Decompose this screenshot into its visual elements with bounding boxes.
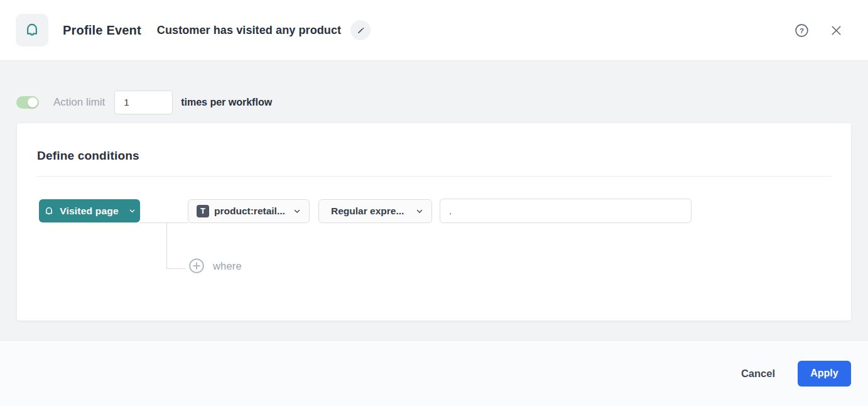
modal-footer: Cancel Apply	[0, 340, 868, 406]
chevron-down-icon	[293, 207, 301, 215]
close-icon	[829, 23, 844, 38]
modal-header: Profile Event Customer has visited any p…	[0, 0, 868, 61]
close-button[interactable]	[829, 23, 844, 38]
condition-row: Visited page T product:retail... Regular…	[39, 199, 851, 223]
define-conditions-heading: Define conditions	[17, 123, 851, 163]
svg-text:?: ?	[800, 26, 804, 34]
apply-button[interactable]: Apply	[798, 361, 851, 387]
profile-event-icon-tile	[16, 14, 48, 47]
trigger-label: Visited page	[60, 206, 118, 217]
action-limit-row: Action limit times per workflow	[0, 61, 868, 123]
chevron-down-icon	[416, 207, 423, 215]
question-circle-icon: ?	[794, 23, 810, 38]
add-condition-button[interactable]: where	[188, 258, 242, 274]
operator-dropdown[interactable]: Regular expre...	[318, 199, 432, 223]
toggle-knob	[28, 97, 38, 107]
action-limit-suffix: times per workflow	[181, 97, 272, 108]
pencil-icon	[356, 26, 366, 35]
bell-icon	[43, 206, 55, 217]
action-limit-toggle[interactable]	[16, 96, 39, 109]
action-limit-count-input[interactable]	[114, 91, 173, 114]
where-label: where	[213, 260, 242, 272]
condition-value-input[interactable]	[440, 199, 692, 223]
property-dropdown-value: product:retail...	[214, 206, 288, 217]
define-conditions-card: Define conditions Visited page T product…	[17, 123, 851, 321]
event-property-dropdown[interactable]: T product:retail...	[188, 199, 310, 223]
chevron-down-icon	[129, 207, 136, 214]
plus-circle-icon	[188, 258, 205, 274]
page-title: Profile Event	[63, 23, 141, 38]
cancel-button[interactable]: Cancel	[735, 363, 781, 385]
visited-page-dropdown-button[interactable]: Visited page	[39, 199, 140, 222]
edit-event-name-button[interactable]	[350, 20, 371, 40]
connector-line-elbow	[166, 268, 185, 269]
operator-dropdown-value: Regular expre...	[327, 206, 411, 217]
help-button[interactable]: ?	[794, 23, 810, 38]
connector-line-vertical	[166, 222, 167, 268]
divider	[37, 176, 832, 177]
action-limit-label: Action limit	[53, 96, 105, 109]
text-type-icon: T	[197, 205, 209, 217]
bell-icon	[23, 21, 41, 40]
connector-line-horizontal	[140, 222, 188, 223]
event-name-text: Customer has visited any product	[157, 24, 341, 37]
